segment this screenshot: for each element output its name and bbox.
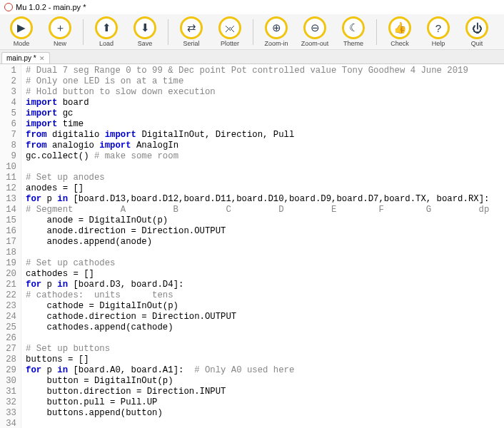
quit-icon: ⏻ [465,16,488,39]
code-line[interactable]: # cathodes: units tens [26,290,489,301]
line-number: 1 [0,66,16,76]
line-number: 9 [0,151,16,162]
tabbar: main.py * ✕ [0,50,504,64]
code-line[interactable]: anode = DigitalInOut(p) [26,215,489,226]
code-line[interactable]: # Set up buttons [26,344,489,355]
separator [376,19,377,45]
code-line[interactable]: cathodes.append(cathode) [26,322,489,333]
save-button[interactable]: ⬇Save [128,16,162,47]
code-line[interactable]: # Dual 7 seg Range 0 to 99 & Dec point P… [26,66,489,76]
line-number: 13 [0,194,16,205]
code-line[interactable]: # Hold button to slow down execution [26,87,489,98]
theme-button[interactable]: ☾Theme [336,16,371,47]
line-number: 3 [0,87,16,98]
new-label: New [54,40,66,47]
line-number: 10 [0,162,16,173]
code-line[interactable] [26,248,489,258]
code-line[interactable]: buttons.append(button) [26,408,489,419]
code-line[interactable]: anode.direction = Direction.OUTPUT [26,226,489,237]
quit-label: Quit [471,40,483,47]
code-line[interactable]: cathodes = [] [26,269,489,280]
line-number: 24 [0,312,16,322]
code-area[interactable]: # Dual 7 seg Range 0 to 99 & Dec point P… [21,64,493,428]
check-label: Check [390,40,409,47]
load-icon: ⬆ [95,16,118,39]
code-line[interactable]: for p in [board.D13,board.D12,board.D11,… [26,194,489,205]
code-line[interactable]: for p in [board.A0, board.A1]: # Only A0… [26,365,489,376]
line-number: 14 [0,205,16,215]
code-line[interactable]: for p in [board.D3, board.D4]: [26,280,489,290]
code-line[interactable]: # Set up cathodes [26,258,489,269]
zoom-out-icon: ⊖ [303,16,326,39]
code-line[interactable]: import gc [26,108,489,119]
titlebar: Mu 1.0.2 - main.py * [0,0,504,14]
line-number: 17 [0,237,16,248]
window-title: Mu 1.0.2 - main.py * [16,3,86,11]
quit-button[interactable]: ⏻Quit [460,16,494,47]
line-number: 34 [0,419,16,428]
line-number: 12 [0,183,16,194]
code-line[interactable]: button = DigitalInOut(p) [26,376,489,387]
code-line[interactable]: # Set up anodes [26,173,489,183]
code-line[interactable] [26,333,489,344]
code-line[interactable]: import board [26,98,489,108]
tab-label: main.py * [6,54,36,62]
line-number: 27 [0,344,16,355]
mode-label: Mode [14,40,30,47]
code-line[interactable]: from analogio import AnalogIn [26,141,489,151]
line-number: 32 [0,397,16,408]
code-line[interactable]: # Only one LED is on at a time [26,76,489,87]
code-line[interactable] [26,162,489,173]
zoom-in-button[interactable]: ⊕Zoom-in [259,16,293,47]
new-button[interactable]: ＋New [43,16,77,47]
close-icon[interactable]: ✕ [39,55,45,62]
plotter-label: Plotter [221,40,239,47]
check-icon: 👍 [388,16,411,39]
line-number: 33 [0,408,16,419]
line-number: 2 [0,76,16,87]
line-number: 20 [0,269,16,280]
code-line[interactable]: cathode.direction = Direction.OUTPUT [26,312,489,322]
code-line[interactable]: cathode = DigitalInOut(p) [26,301,489,312]
code-line[interactable]: anodes = [] [26,183,489,194]
load-button[interactable]: ⬆Load [89,16,124,47]
help-label: Help [432,40,445,47]
theme-label: Theme [343,40,363,47]
mode-icon: ▶ [10,16,33,39]
line-number: 25 [0,322,16,333]
line-number: 28 [0,355,16,365]
zoom-out-label: Zoom-out [301,40,329,47]
line-number: 7 [0,130,16,141]
code-line[interactable] [26,419,489,428]
line-number: 8 [0,141,16,151]
zoom-in-label: Zoom-in [264,40,288,47]
plotter-button[interactable]: ⩙Plotter [213,16,247,47]
line-number: 29 [0,365,16,376]
mu-app-icon [4,3,13,11]
code-line[interactable]: # Segment A B C D E F G dp [26,205,489,215]
zoom-out-button[interactable]: ⊖Zoom-out [298,16,332,47]
line-number: 22 [0,290,16,301]
line-number: 4 [0,98,16,108]
help-button[interactable]: ?Help [421,16,455,47]
load-label: Load [99,40,114,47]
line-number: 16 [0,226,16,237]
line-number: 5 [0,108,16,119]
code-editor[interactable]: 1234567891011121314151617181920212223242… [0,64,504,428]
check-button[interactable]: 👍Check [383,16,417,47]
code-line[interactable]: anodes.append(anode) [26,237,489,248]
tab-main-py[interactable]: main.py * ✕ [1,52,50,63]
line-number: 31 [0,387,16,397]
serial-button[interactable]: ⇄Serial [174,16,208,47]
toolbar: ▶Mode＋New⬆Load⬇Save⇄Serial⩙Plotter⊕Zoom-… [0,14,504,50]
code-line[interactable]: button.direction = Direction.INPUT [26,387,489,397]
mode-button[interactable]: ▶Mode [4,16,39,47]
code-line[interactable]: buttons = [] [26,355,489,365]
code-line[interactable]: import time [26,119,489,130]
code-line[interactable]: gc.collect() # make some room [26,151,489,162]
line-number: 6 [0,119,16,130]
separator [83,19,84,45]
code-line[interactable]: from digitalio import DigitalInOut, Dire… [26,130,489,141]
code-line[interactable]: button.pull = Pull.UP [26,397,489,408]
line-number: 18 [0,248,16,258]
